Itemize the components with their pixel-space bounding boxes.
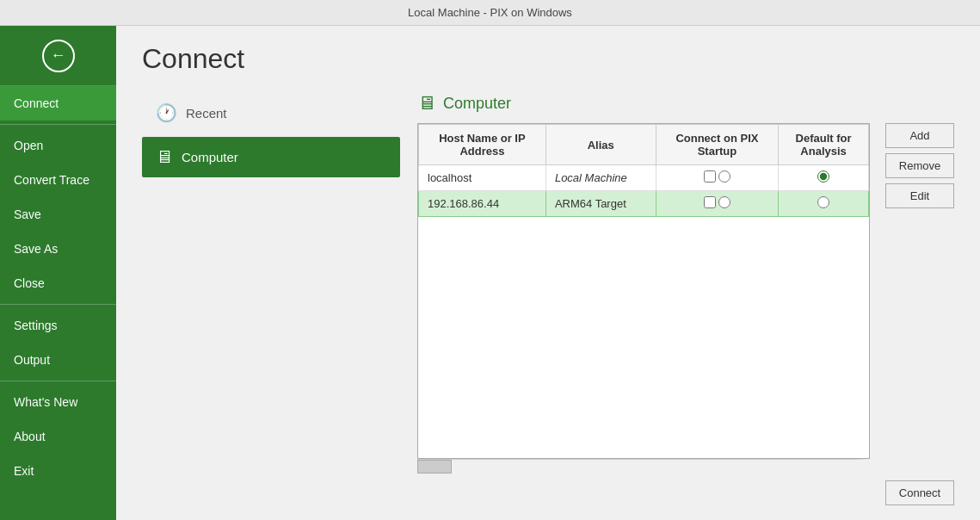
col-connect-on-pix: Connect on PIXStartup (656, 125, 779, 165)
sidebar-item-close[interactable]: Close (0, 266, 116, 300)
row2-hostname: 192.168.86.44 (419, 191, 546, 217)
row2-connect-radio[interactable] (718, 196, 730, 208)
sidebar-convert-trace-label: Convert Trace (14, 173, 89, 187)
sidebar-item-output[interactable]: Output (0, 343, 116, 377)
h-scroll-thumb (417, 460, 452, 474)
table-row: localhost Local Machine (419, 165, 869, 191)
sidebar: ← Connect Open Convert Trace Save Save A… (0, 26, 116, 520)
sidebar-item-connect[interactable]: Connect (0, 86, 116, 121)
sidebar-save-label: Save (14, 207, 41, 221)
action-buttons: Add Remove Edit (885, 123, 954, 208)
col-hostname: Host Name or IPAddress (419, 125, 546, 165)
sidebar-settings-label: Settings (14, 319, 58, 332)
sidebar-item-convert-trace[interactable]: Convert Trace (0, 163, 116, 197)
table-container: Host Name or IPAddress Alias Connect on … (417, 123, 870, 474)
row2-alias: ARM64 Target (545, 191, 656, 217)
sidebar-save-as-label: Save As (14, 242, 58, 256)
sidebar-exit-label: Exit (14, 464, 34, 478)
col-alias: Alias (545, 125, 656, 165)
content-row: 🕐 Recent 🖥 Computer 🖥 Computer (142, 92, 954, 505)
sidebar-output-label: Output (14, 353, 50, 367)
row1-alias: Local Machine (545, 165, 656, 191)
row1-default-cell (779, 165, 869, 191)
sidebar-item-open[interactable]: Open (0, 128, 116, 163)
col-default-for: Default forAnalysis (779, 125, 869, 165)
nav-computer-label: Computer (182, 150, 238, 164)
table-wrapper: Host Name or IPAddress Alias Connect on … (417, 123, 870, 459)
table-scroll-area[interactable]: Host Name or IPAddress Alias Connect on … (418, 124, 869, 458)
nav-item-computer[interactable]: 🖥 Computer (142, 137, 400, 177)
computer-nav-icon: 🖥 (156, 147, 173, 167)
sidebar-item-save[interactable]: Save (0, 197, 116, 232)
row1-connect-checkbox[interactable] (704, 170, 716, 183)
main-content: Connect 🕐 Recent 🖥 Computer 🖥 Computer (116, 26, 980, 520)
sidebar-item-exit[interactable]: Exit (0, 454, 116, 488)
row1-connect-radio[interactable] (718, 170, 730, 183)
connections-table: Host Name or IPAddress Alias Connect on … (418, 124, 869, 217)
add-button[interactable]: Add (885, 123, 954, 148)
title-text: Local Machine - PIX on Windows (408, 6, 572, 19)
row1-default-radio[interactable] (817, 170, 829, 183)
panel-computer-icon: 🖥 (417, 92, 436, 115)
sidebar-item-save-as[interactable]: Save As (0, 232, 116, 266)
row2-default-radio[interactable] (817, 196, 829, 208)
title-bar: Local Machine - PIX on Windows (0, 0, 980, 26)
row2-connect-checkbox[interactable] (704, 196, 716, 208)
nav-recent-label: Recent (186, 106, 227, 121)
sidebar-close-label: Close (14, 276, 45, 290)
sidebar-open-label: Open (14, 139, 43, 152)
panel-header: 🖥 Computer (417, 92, 954, 115)
sidebar-about-label: About (14, 430, 46, 443)
back-button[interactable]: ← (0, 26, 116, 86)
row1-connect-checkbox-cell (656, 165, 779, 191)
table-row: 192.168.86.44 ARM64 Target (419, 191, 869, 217)
panel-title: Computer (443, 95, 511, 113)
remove-button[interactable]: Remove (885, 153, 954, 178)
row2-default-cell (779, 191, 869, 217)
horizontal-scrollbar[interactable] (417, 459, 870, 474)
sidebar-item-settings[interactable]: Settings (0, 308, 116, 343)
nav-section: 🕐 Recent 🖥 Computer (142, 92, 400, 177)
sidebar-item-whats-new[interactable]: What's New (0, 385, 116, 419)
edit-button[interactable]: Edit (885, 183, 954, 208)
connect-row: Connect (417, 480, 954, 505)
row1-hostname: localhost (419, 165, 546, 191)
sidebar-item-about[interactable]: About (0, 419, 116, 454)
nav-item-recent[interactable]: 🕐 Recent (142, 92, 400, 133)
page-title: Connect (142, 43, 954, 75)
right-panel: 🖥 Computer Host Name or IPAddress (417, 92, 954, 505)
sidebar-connect-label: Connect (14, 96, 59, 110)
row2-connect-checkbox-cell (656, 191, 779, 217)
connect-button[interactable]: Connect (885, 480, 954, 505)
recent-icon: 🕐 (156, 102, 177, 123)
back-icon: ← (42, 40, 75, 72)
sidebar-whats-new-label: What's New (14, 395, 77, 409)
